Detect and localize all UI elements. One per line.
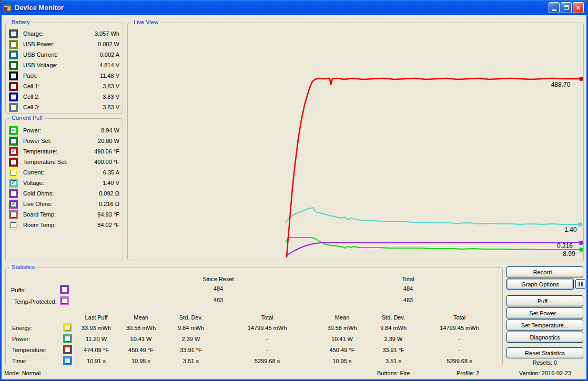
metric-value: 3.83 V: [103, 83, 119, 89]
check-icon: ✔: [11, 180, 15, 186]
metric-label: Pack:: [23, 73, 38, 79]
series-checkbox[interactable]: [9, 210, 18, 219]
live-view-chart[interactable]: 1.408.990.216488.70: [128, 23, 583, 261]
stats-value: -: [420, 333, 499, 344]
series-checkbox[interactable]: ✔: [9, 179, 18, 188]
diagnostics-button[interactable]: Diagnostics: [506, 332, 583, 343]
metric-label: Charge:: [23, 30, 44, 37]
stats-value: 450.49 °F: [317, 344, 367, 355]
puff-button[interactable]: Puff...: [506, 295, 583, 306]
series-checkbox[interactable]: ✔: [9, 126, 18, 135]
metric-row: Cell 1:3.83 V: [6, 81, 123, 91]
stats-value: 10.41 W: [117, 333, 165, 344]
series-checkbox[interactable]: [9, 82, 18, 91]
series-checkbox[interactable]: [9, 137, 18, 146]
record-button[interactable]: Record...: [506, 266, 583, 277]
metric-label: USB Voltage:: [23, 62, 57, 68]
status-mode: Mode: Normal: [4, 370, 40, 376]
series-end-label: 488.70: [551, 81, 571, 88]
pause-graph-button[interactable]: [575, 279, 585, 289]
stats-value: 5299.68 s: [217, 355, 317, 366]
series-checkbox[interactable]: [9, 103, 18, 112]
stats-value: 10.91 s: [75, 355, 117, 366]
series-checkbox[interactable]: [9, 92, 18, 101]
set-temperature-button[interactable]: Set Temperature...: [506, 320, 583, 331]
minimize-icon: [552, 9, 556, 11]
series-endpoint: [579, 77, 583, 81]
temp-protected-checkbox[interactable]: [60, 296, 69, 305]
series-checkbox[interactable]: [63, 356, 72, 365]
total-header: Total: [366, 276, 450, 282]
stats-value: 11.20 W: [75, 333, 117, 344]
puffs-label: Puffs:: [11, 287, 26, 293]
metric-value: 0.002 A: [100, 52, 119, 58]
total-puffs-count: 484: [366, 285, 450, 292]
stats-value: 450.49 °F: [117, 344, 165, 355]
series-checkbox[interactable]: [9, 189, 18, 198]
metric-row: Board Temp:94.93 °F: [6, 209, 123, 220]
check-icon: ✔: [11, 128, 15, 133]
stats-value: 2.39 W: [367, 333, 420, 344]
series-checkbox[interactable]: [63, 334, 72, 343]
series-checkbox[interactable]: [9, 29, 18, 38]
series-checkbox[interactable]: [9, 221, 18, 230]
stats-value: 3.51 s: [165, 355, 217, 366]
series-endpoint: [579, 241, 583, 245]
series-checkbox[interactable]: [9, 40, 18, 49]
metric-value: 490.06 °F: [94, 148, 119, 155]
series-checkbox[interactable]: ✔: [9, 200, 18, 209]
series-checkbox[interactable]: [9, 61, 18, 70]
metric-value: 3.83 V: [103, 94, 119, 100]
since-reset-temp-protected-count: 483: [176, 297, 260, 303]
stats-value: -: [420, 344, 499, 355]
status-profile: Profile: 2: [457, 370, 479, 376]
minimize-button[interactable]: [549, 2, 560, 13]
metric-value: 8.94 W: [101, 127, 119, 133]
metric-label: Room Temp:: [23, 222, 56, 228]
metric-label: Power Set:: [23, 138, 52, 144]
metric-row: ✔Voltage:1.40 V: [6, 178, 123, 188]
app-icon: [3, 4, 12, 12]
metric-value: 4.814 V: [99, 62, 119, 68]
reset-statistics-button[interactable]: Reset Statistics: [506, 347, 583, 358]
window-title: Device Monitor: [15, 4, 64, 12]
metric-value: 11.48 V: [100, 73, 119, 79]
battery-rows: Charge:3.057 WhUSB Power:0.002 WUSB Curr…: [6, 23, 123, 112]
puffs-checkbox[interactable]: [60, 285, 69, 294]
metric-row: Pack:11.48 V: [6, 70, 123, 81]
series-checkbox[interactable]: [63, 323, 72, 332]
stats-value: 33.91 °F: [165, 344, 217, 355]
series-checkbox[interactable]: [63, 345, 72, 354]
metric-label: Cell 2:: [23, 94, 39, 100]
stats-value: -: [217, 333, 317, 344]
series-checkbox[interactable]: [9, 71, 18, 80]
stats-column-header: Total: [420, 312, 499, 322]
stats-value: 5299.68 s: [420, 355, 499, 366]
stats-column-header: Total: [217, 312, 317, 322]
statistics-table: Last PuffMeanStd. Dev.TotalMeanStd. Dev.…: [7, 312, 501, 366]
stats-value: 9.84 mWh: [165, 322, 217, 333]
since-reset-puffs-count: 484: [176, 285, 260, 292]
close-button[interactable]: ✕: [573, 2, 584, 13]
close-icon: ✕: [575, 5, 581, 11]
stats-checkbox-cell: [59, 355, 75, 366]
metric-label: Cell 1:: [23, 83, 39, 89]
metric-value: 3.057 Wh: [95, 30, 119, 37]
set-power-button[interactable]: Set Power...: [506, 307, 583, 318]
metric-label: USB Power:: [23, 41, 55, 47]
series-checkbox[interactable]: [9, 50, 18, 59]
stats-value: 10.95 s: [117, 355, 165, 366]
maximize-button[interactable]: [561, 2, 572, 13]
series-checkbox[interactable]: [9, 168, 18, 177]
resets-count-label: Resets: 0: [506, 359, 583, 366]
check-icon: ✔: [11, 149, 15, 154]
series-checkbox[interactable]: ✔: [9, 147, 18, 156]
device-monitor-window: Device Monitor ✕ Battery Charge:3.057 Wh…: [0, 0, 588, 381]
graph-options-button[interactable]: Graph Options: [506, 279, 574, 290]
stats-value: 30.58 mWh: [317, 322, 367, 333]
metric-row: Cell 3:3.83 V: [6, 102, 123, 112]
stats-column-header: Mean: [117, 312, 165, 322]
series-checkbox[interactable]: [9, 158, 18, 167]
series-line-power: [287, 238, 581, 250]
title-bar[interactable]: Device Monitor ✕: [0, 0, 588, 15]
